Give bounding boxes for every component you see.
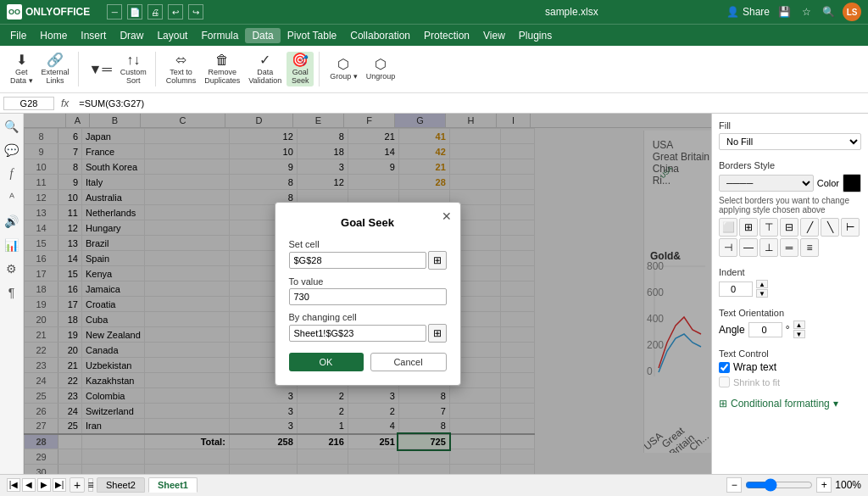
sheet-tab-sheet1[interactable]: Sheet1 bbox=[148, 477, 198, 493]
formula-icon[interactable]: f bbox=[3, 164, 21, 183]
zoom-out-button[interactable]: − bbox=[726, 477, 742, 493]
save-btn[interactable]: 💾 bbox=[776, 4, 792, 20]
border-top-button[interactable]: ⊤ bbox=[760, 218, 778, 237]
sheet-tab-sheet2[interactable]: Sheet2 bbox=[97, 477, 145, 493]
border-right-button[interactable]: — bbox=[739, 238, 758, 257]
filter-button[interactable]: ▼═ bbox=[86, 61, 115, 78]
title-bar: OO ONLYOFFICE ─ 📄 🖨 ↩ ↪ sample.xlsx 👤Sha… bbox=[0, 0, 868, 24]
sheet-prev-button[interactable]: ◀ bbox=[22, 478, 36, 492]
settings-icon[interactable]: ⚙ bbox=[3, 259, 21, 278]
speaker-icon[interactable]: 🔊 bbox=[3, 212, 21, 231]
ungroup-icon: ⬡ bbox=[375, 58, 387, 71]
border-none-button[interactable]: ═ bbox=[780, 238, 798, 257]
menu-view[interactable]: View bbox=[476, 28, 512, 43]
border-style-select[interactable]: ──── bbox=[719, 175, 814, 192]
cancel-button[interactable]: Cancel bbox=[370, 353, 447, 371]
menu-formula[interactable]: Formula bbox=[194, 28, 245, 43]
shrink-to-fit-checkbox[interactable] bbox=[719, 376, 730, 387]
user-avatar[interactable]: LS bbox=[843, 3, 861, 21]
border-diagonal-down-button[interactable]: ╲ bbox=[821, 218, 839, 237]
data-validation-button[interactable]: ✓ DataValidation bbox=[245, 52, 285, 86]
sheet-next-button[interactable]: ▶ bbox=[37, 478, 51, 492]
indent-input[interactable] bbox=[719, 281, 753, 297]
angle-input[interactable] bbox=[748, 322, 782, 337]
indent-down-button[interactable]: ▼ bbox=[756, 289, 768, 298]
sheet-list-button[interactable]: ≡ bbox=[88, 478, 93, 492]
border-diagonal-up-button[interactable]: ╱ bbox=[800, 218, 819, 237]
indent-section: Indent ▲ ▼ bbox=[719, 267, 861, 298]
chart-sidebar-icon[interactable]: 📊 bbox=[3, 236, 21, 254]
sheet-last-button[interactable]: ▶| bbox=[53, 478, 66, 492]
menu-plugins[interactable]: Plugins bbox=[512, 28, 559, 43]
app-logo: OO ONLYOFFICE bbox=[7, 4, 90, 20]
print-icon[interactable]: 🖨 bbox=[147, 4, 163, 20]
menu-layout[interactable]: Layout bbox=[150, 28, 194, 43]
text-control-section: Text Control Wrap text Shrink to fit bbox=[719, 348, 861, 387]
group-button[interactable]: ⬡ Group ▾ bbox=[326, 56, 361, 82]
border-inner-button[interactable]: ⊞ bbox=[739, 218, 758, 237]
border-center-button[interactable]: ⊣ bbox=[719, 238, 737, 257]
border-outer-button[interactable]: ⬜ bbox=[719, 218, 737, 237]
menu-draw[interactable]: Draw bbox=[113, 28, 150, 43]
share-button[interactable]: 👤Share bbox=[726, 6, 770, 18]
sheet-navigation: |◀ ◀ ▶ ▶| bbox=[7, 478, 66, 492]
cell-reference-input[interactable]: G28 bbox=[3, 97, 54, 110]
remove-duplicates-button[interactable]: 🗑 RemoveDuplicates bbox=[201, 52, 243, 86]
goal-seek-button[interactable]: 🎯 GoalSeek bbox=[287, 52, 314, 86]
goal-seek-icon: 🎯 bbox=[292, 53, 309, 67]
angle-down-button[interactable]: ▼ bbox=[793, 330, 805, 338]
star-btn[interactable]: ☆ bbox=[798, 4, 814, 20]
conditional-formatting-button[interactable]: ⊞ Conditional formatting ▾ bbox=[719, 398, 861, 410]
menu-home[interactable]: Home bbox=[33, 28, 74, 43]
comment-icon[interactable]: 💬 bbox=[3, 141, 21, 159]
search-sidebar-icon[interactable]: 🔍 bbox=[3, 117, 21, 136]
undo-btn[interactable]: ↩ bbox=[168, 4, 183, 20]
angle-up-button[interactable]: ▲ bbox=[793, 320, 805, 329]
borders-label: Borders Style bbox=[719, 160, 861, 170]
text-to-columns-button[interactable]: ⬄ Text toColumns bbox=[163, 52, 200, 86]
menu-insert[interactable]: Insert bbox=[74, 28, 113, 43]
menu-bar: File Home Insert Draw Layout Formula Dat… bbox=[0, 24, 868, 46]
menu-collaboration[interactable]: Collaboration bbox=[343, 28, 417, 43]
custom-sort-icon: ↑↓ bbox=[126, 53, 140, 67]
custom-sort-button[interactable]: ↑↓ CustomSort bbox=[117, 52, 150, 86]
menu-data[interactable]: Data bbox=[245, 28, 280, 43]
external-links-icon: 🔗 bbox=[47, 53, 64, 67]
menu-pivot-table[interactable]: Pivot Table bbox=[281, 28, 343, 43]
border-bottom-button[interactable]: ⊥ bbox=[760, 238, 778, 257]
by-changing-cell-label: By changing cell bbox=[289, 312, 447, 322]
border-middle-button[interactable]: ⊟ bbox=[780, 218, 798, 237]
color-picker-button[interactable] bbox=[843, 174, 861, 192]
border-all-button[interactable]: ≡ bbox=[800, 238, 819, 257]
fill-select[interactable]: No Fill bbox=[719, 133, 861, 150]
set-cell-input[interactable]: $G$28 bbox=[289, 252, 426, 269]
file-icon[interactable]: 📄 bbox=[127, 4, 142, 20]
ungroup-button[interactable]: ⬡ Ungroup bbox=[363, 56, 399, 82]
ok-button[interactable]: OK bbox=[289, 353, 364, 371]
sheet-first-button[interactable]: |◀ bbox=[7, 478, 20, 492]
search-btn[interactable]: 🔍 bbox=[821, 4, 836, 20]
add-sheet-button[interactable]: + bbox=[70, 477, 85, 493]
by-changing-cell-ref-button[interactable]: ⊞ bbox=[428, 324, 447, 343]
zoom-slider[interactable] bbox=[745, 478, 813, 492]
set-cell-ref-button[interactable]: ⊞ bbox=[428, 251, 447, 270]
get-data-button[interactable]: ⬇ GetData ▾ bbox=[7, 52, 36, 86]
wrap-text-checkbox[interactable] bbox=[719, 362, 730, 373]
abc-icon[interactable]: ᴬ bbox=[3, 188, 21, 207]
redo-btn[interactable]: ↪ bbox=[188, 4, 203, 20]
minimize-btn[interactable]: ─ bbox=[107, 4, 122, 20]
paragraph-icon[interactable]: ¶ bbox=[3, 283, 21, 302]
border-left-button[interactable]: ⊢ bbox=[841, 218, 860, 237]
external-links-button[interactable]: 🔗 ExternalLinks bbox=[38, 52, 73, 86]
border-hint: Select borders you want to change applyi… bbox=[719, 196, 861, 215]
toolbar: ⬇ GetData ▾ 🔗 ExternalLinks ▼═ ↑↓ Custom… bbox=[0, 46, 868, 93]
dialog-title: Goal Seek bbox=[289, 216, 447, 229]
by-changing-cell-input[interactable]: Sheet1!$G$23 bbox=[289, 325, 426, 342]
formula-input[interactable]: =SUM(G3:G27) bbox=[75, 98, 865, 109]
indent-up-button[interactable]: ▲ bbox=[756, 280, 768, 288]
to-value-input[interactable]: 730 bbox=[289, 288, 447, 305]
dialog-close-button[interactable]: ✕ bbox=[442, 209, 452, 223]
menu-protection[interactable]: Protection bbox=[417, 28, 476, 43]
menu-file[interactable]: File bbox=[3, 28, 33, 43]
zoom-in-button[interactable]: + bbox=[816, 477, 832, 493]
